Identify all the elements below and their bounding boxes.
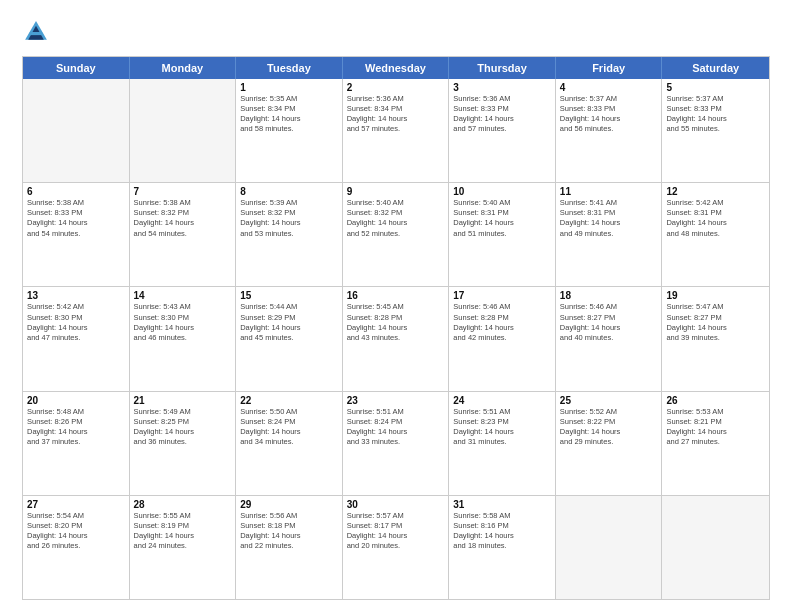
calendar-cell: 20Sunrise: 5:48 AMSunset: 8:26 PMDayligh… — [23, 392, 130, 495]
calendar-cell: 10Sunrise: 5:40 AMSunset: 8:31 PMDayligh… — [449, 183, 556, 286]
day-number: 10 — [453, 186, 551, 197]
day-number: 8 — [240, 186, 338, 197]
day-number: 19 — [666, 290, 765, 301]
calendar-cell: 4Sunrise: 5:37 AMSunset: 8:33 PMDaylight… — [556, 79, 663, 182]
cell-info: Sunrise: 5:58 AMSunset: 8:16 PMDaylight:… — [453, 511, 551, 552]
cell-info: Sunrise: 5:38 AMSunset: 8:33 PMDaylight:… — [27, 198, 125, 239]
cell-info: Sunrise: 5:48 AMSunset: 8:26 PMDaylight:… — [27, 407, 125, 448]
cell-info: Sunrise: 5:36 AMSunset: 8:33 PMDaylight:… — [453, 94, 551, 135]
day-number: 31 — [453, 499, 551, 510]
calendar-cell: 21Sunrise: 5:49 AMSunset: 8:25 PMDayligh… — [130, 392, 237, 495]
svg-rect-2 — [30, 32, 42, 35]
calendar-cell — [662, 496, 769, 599]
calendar-cell: 29Sunrise: 5:56 AMSunset: 8:18 PMDayligh… — [236, 496, 343, 599]
day-number: 21 — [134, 395, 232, 406]
cell-info: Sunrise: 5:36 AMSunset: 8:34 PMDaylight:… — [347, 94, 445, 135]
day-number: 2 — [347, 82, 445, 93]
calendar-cell: 16Sunrise: 5:45 AMSunset: 8:28 PMDayligh… — [343, 287, 450, 390]
day-number: 23 — [347, 395, 445, 406]
cell-info: Sunrise: 5:46 AMSunset: 8:28 PMDaylight:… — [453, 302, 551, 343]
cell-info: Sunrise: 5:45 AMSunset: 8:28 PMDaylight:… — [347, 302, 445, 343]
logo-icon — [22, 18, 50, 46]
day-number: 28 — [134, 499, 232, 510]
day-number: 3 — [453, 82, 551, 93]
calendar-header: SundayMondayTuesdayWednesdayThursdayFrid… — [23, 57, 769, 79]
calendar-cell — [130, 79, 237, 182]
calendar-day-header: Wednesday — [343, 57, 450, 79]
cell-info: Sunrise: 5:38 AMSunset: 8:32 PMDaylight:… — [134, 198, 232, 239]
day-number: 30 — [347, 499, 445, 510]
calendar-cell: 7Sunrise: 5:38 AMSunset: 8:32 PMDaylight… — [130, 183, 237, 286]
calendar-day-header: Saturday — [662, 57, 769, 79]
cell-info: Sunrise: 5:41 AMSunset: 8:31 PMDaylight:… — [560, 198, 658, 239]
calendar-day-header: Thursday — [449, 57, 556, 79]
cell-info: Sunrise: 5:51 AMSunset: 8:24 PMDaylight:… — [347, 407, 445, 448]
day-number: 16 — [347, 290, 445, 301]
cell-info: Sunrise: 5:55 AMSunset: 8:19 PMDaylight:… — [134, 511, 232, 552]
day-number: 6 — [27, 186, 125, 197]
calendar: SundayMondayTuesdayWednesdayThursdayFrid… — [22, 56, 770, 600]
calendar-cell: 1Sunrise: 5:35 AMSunset: 8:34 PMDaylight… — [236, 79, 343, 182]
cell-info: Sunrise: 5:57 AMSunset: 8:17 PMDaylight:… — [347, 511, 445, 552]
calendar-cell: 13Sunrise: 5:42 AMSunset: 8:30 PMDayligh… — [23, 287, 130, 390]
calendar-cell: 8Sunrise: 5:39 AMSunset: 8:32 PMDaylight… — [236, 183, 343, 286]
calendar-cell: 11Sunrise: 5:41 AMSunset: 8:31 PMDayligh… — [556, 183, 663, 286]
cell-info: Sunrise: 5:50 AMSunset: 8:24 PMDaylight:… — [240, 407, 338, 448]
cell-info: Sunrise: 5:42 AMSunset: 8:31 PMDaylight:… — [666, 198, 765, 239]
calendar-cell: 30Sunrise: 5:57 AMSunset: 8:17 PMDayligh… — [343, 496, 450, 599]
cell-info: Sunrise: 5:42 AMSunset: 8:30 PMDaylight:… — [27, 302, 125, 343]
calendar-day-header: Tuesday — [236, 57, 343, 79]
calendar-cell: 27Sunrise: 5:54 AMSunset: 8:20 PMDayligh… — [23, 496, 130, 599]
day-number: 20 — [27, 395, 125, 406]
logo — [22, 18, 54, 46]
calendar-day-header: Monday — [130, 57, 237, 79]
calendar-cell: 9Sunrise: 5:40 AMSunset: 8:32 PMDaylight… — [343, 183, 450, 286]
calendar-cell: 24Sunrise: 5:51 AMSunset: 8:23 PMDayligh… — [449, 392, 556, 495]
day-number: 29 — [240, 499, 338, 510]
cell-info: Sunrise: 5:49 AMSunset: 8:25 PMDaylight:… — [134, 407, 232, 448]
day-number: 5 — [666, 82, 765, 93]
cell-info: Sunrise: 5:40 AMSunset: 8:32 PMDaylight:… — [347, 198, 445, 239]
day-number: 18 — [560, 290, 658, 301]
calendar-cell: 5Sunrise: 5:37 AMSunset: 8:33 PMDaylight… — [662, 79, 769, 182]
day-number: 7 — [134, 186, 232, 197]
calendar-cell: 17Sunrise: 5:46 AMSunset: 8:28 PMDayligh… — [449, 287, 556, 390]
calendar-cell: 23Sunrise: 5:51 AMSunset: 8:24 PMDayligh… — [343, 392, 450, 495]
day-number: 9 — [347, 186, 445, 197]
calendar-cell — [23, 79, 130, 182]
calendar-cell: 14Sunrise: 5:43 AMSunset: 8:30 PMDayligh… — [130, 287, 237, 390]
day-number: 11 — [560, 186, 658, 197]
calendar-row: 13Sunrise: 5:42 AMSunset: 8:30 PMDayligh… — [23, 286, 769, 390]
day-number: 22 — [240, 395, 338, 406]
day-number: 15 — [240, 290, 338, 301]
calendar-cell: 12Sunrise: 5:42 AMSunset: 8:31 PMDayligh… — [662, 183, 769, 286]
header — [22, 18, 770, 46]
cell-info: Sunrise: 5:35 AMSunset: 8:34 PMDaylight:… — [240, 94, 338, 135]
day-number: 12 — [666, 186, 765, 197]
calendar-cell: 31Sunrise: 5:58 AMSunset: 8:16 PMDayligh… — [449, 496, 556, 599]
cell-info: Sunrise: 5:56 AMSunset: 8:18 PMDaylight:… — [240, 511, 338, 552]
calendar-cell — [556, 496, 663, 599]
calendar-row: 1Sunrise: 5:35 AMSunset: 8:34 PMDaylight… — [23, 79, 769, 182]
cell-info: Sunrise: 5:47 AMSunset: 8:27 PMDaylight:… — [666, 302, 765, 343]
day-number: 14 — [134, 290, 232, 301]
cell-info: Sunrise: 5:54 AMSunset: 8:20 PMDaylight:… — [27, 511, 125, 552]
calendar-cell: 15Sunrise: 5:44 AMSunset: 8:29 PMDayligh… — [236, 287, 343, 390]
calendar-cell: 18Sunrise: 5:46 AMSunset: 8:27 PMDayligh… — [556, 287, 663, 390]
cell-info: Sunrise: 5:37 AMSunset: 8:33 PMDaylight:… — [666, 94, 765, 135]
calendar-cell: 3Sunrise: 5:36 AMSunset: 8:33 PMDaylight… — [449, 79, 556, 182]
cell-info: Sunrise: 5:39 AMSunset: 8:32 PMDaylight:… — [240, 198, 338, 239]
day-number: 25 — [560, 395, 658, 406]
calendar-cell: 22Sunrise: 5:50 AMSunset: 8:24 PMDayligh… — [236, 392, 343, 495]
calendar-row: 27Sunrise: 5:54 AMSunset: 8:20 PMDayligh… — [23, 495, 769, 599]
calendar-cell: 19Sunrise: 5:47 AMSunset: 8:27 PMDayligh… — [662, 287, 769, 390]
cell-info: Sunrise: 5:43 AMSunset: 8:30 PMDaylight:… — [134, 302, 232, 343]
page: SundayMondayTuesdayWednesdayThursdayFrid… — [0, 0, 792, 612]
calendar-cell: 2Sunrise: 5:36 AMSunset: 8:34 PMDaylight… — [343, 79, 450, 182]
cell-info: Sunrise: 5:46 AMSunset: 8:27 PMDaylight:… — [560, 302, 658, 343]
calendar-body: 1Sunrise: 5:35 AMSunset: 8:34 PMDaylight… — [23, 79, 769, 599]
calendar-cell: 26Sunrise: 5:53 AMSunset: 8:21 PMDayligh… — [662, 392, 769, 495]
cell-info: Sunrise: 5:40 AMSunset: 8:31 PMDaylight:… — [453, 198, 551, 239]
day-number: 17 — [453, 290, 551, 301]
day-number: 26 — [666, 395, 765, 406]
